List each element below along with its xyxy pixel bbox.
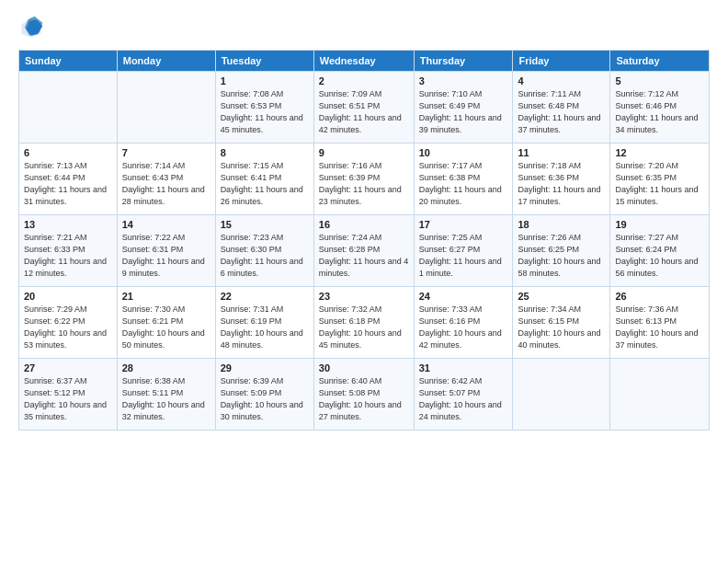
- calendar-cell: 27Sunrise: 6:37 AM Sunset: 5:12 PM Dayli…: [19, 359, 118, 431]
- day-number: 6: [24, 147, 112, 158]
- day-info: Sunrise: 7:33 AM Sunset: 6:16 PM Dayligh…: [419, 304, 508, 351]
- calendar-cell: 6Sunrise: 7:13 AM Sunset: 6:44 PM Daylig…: [19, 144, 118, 215]
- day-number: 19: [615, 219, 704, 230]
- calendar-cell: 29Sunrise: 6:39 AM Sunset: 5:09 PM Dayli…: [215, 359, 313, 431]
- day-number: 24: [419, 291, 508, 302]
- day-number: 28: [122, 362, 210, 373]
- calendar-cell: 7Sunrise: 7:14 AM Sunset: 6:43 PM Daylig…: [117, 144, 215, 215]
- calendar-cell: 14Sunrise: 7:22 AM Sunset: 6:31 PM Dayli…: [117, 215, 215, 287]
- day-number: 1: [221, 75, 309, 86]
- calendar-cell: 11Sunrise: 7:18 AM Sunset: 6:36 PM Dayli…: [513, 144, 610, 215]
- calendar-cell: 25Sunrise: 7:34 AM Sunset: 6:15 PM Dayli…: [513, 287, 610, 359]
- day-info: Sunrise: 7:11 AM Sunset: 6:48 PM Dayligh…: [518, 88, 605, 136]
- calendar-cell: 19Sunrise: 7:27 AM Sunset: 6:24 PM Dayli…: [610, 215, 710, 287]
- logo: [18, 15, 48, 40]
- day-info: Sunrise: 7:36 AM Sunset: 6:13 PM Dayligh…: [615, 304, 704, 351]
- day-number: 21: [122, 291, 210, 302]
- day-number: 31: [419, 362, 508, 373]
- day-info: Sunrise: 7:14 AM Sunset: 6:43 PM Dayligh…: [122, 160, 210, 208]
- day-info: Sunrise: 7:10 AM Sunset: 6:49 PM Dayligh…: [419, 88, 508, 136]
- day-info: Sunrise: 7:16 AM Sunset: 6:39 PM Dayligh…: [319, 160, 409, 208]
- calendar-cell: [513, 359, 610, 431]
- calendar-week-row: 27Sunrise: 6:37 AM Sunset: 5:12 PM Dayli…: [19, 359, 710, 431]
- calendar-cell: 21Sunrise: 7:30 AM Sunset: 6:21 PM Dayli…: [117, 287, 215, 359]
- day-number: 8: [221, 147, 309, 158]
- day-info: Sunrise: 6:38 AM Sunset: 5:11 PM Dayligh…: [122, 375, 210, 423]
- day-info: Sunrise: 7:20 AM Sunset: 6:35 PM Dayligh…: [615, 160, 704, 208]
- day-info: Sunrise: 7:21 AM Sunset: 6:33 PM Dayligh…: [24, 232, 112, 280]
- calendar-cell: 10Sunrise: 7:17 AM Sunset: 6:38 PM Dayli…: [414, 144, 513, 215]
- day-number: 13: [24, 219, 112, 230]
- day-number: 27: [24, 362, 112, 373]
- calendar-cell: 16Sunrise: 7:24 AM Sunset: 6:28 PM Dayli…: [313, 215, 414, 287]
- day-info: Sunrise: 7:32 AM Sunset: 6:18 PM Dayligh…: [319, 304, 409, 351]
- calendar-week-row: 1Sunrise: 7:08 AM Sunset: 6:53 PM Daylig…: [19, 72, 710, 144]
- calendar-cell: [610, 359, 710, 431]
- calendar-cell: 13Sunrise: 7:21 AM Sunset: 6:33 PM Dayli…: [19, 215, 118, 287]
- day-number: 10: [419, 147, 508, 158]
- day-number: 26: [615, 291, 704, 302]
- page: SundayMondayTuesdayWednesdayThursdayFrid…: [0, 0, 728, 563]
- calendar-table: SundayMondayTuesdayWednesdayThursdayFrid…: [18, 50, 710, 431]
- day-info: Sunrise: 7:17 AM Sunset: 6:38 PM Dayligh…: [419, 160, 508, 208]
- day-info: Sunrise: 7:26 AM Sunset: 6:25 PM Dayligh…: [518, 232, 605, 280]
- calendar-cell: 1Sunrise: 7:08 AM Sunset: 6:53 PM Daylig…: [215, 72, 313, 144]
- weekday-header: Sunday: [19, 51, 118, 72]
- day-number: 18: [518, 219, 605, 230]
- calendar-cell: 15Sunrise: 7:23 AM Sunset: 6:30 PM Dayli…: [215, 215, 313, 287]
- calendar-week-row: 6Sunrise: 7:13 AM Sunset: 6:44 PM Daylig…: [19, 144, 710, 215]
- day-number: 16: [319, 219, 409, 230]
- day-info: Sunrise: 6:37 AM Sunset: 5:12 PM Dayligh…: [24, 375, 112, 423]
- calendar-cell: 9Sunrise: 7:16 AM Sunset: 6:39 PM Daylig…: [313, 144, 414, 215]
- day-number: 17: [419, 219, 508, 230]
- calendar-cell: 5Sunrise: 7:12 AM Sunset: 6:46 PM Daylig…: [610, 72, 710, 144]
- day-number: 3: [419, 75, 508, 86]
- calendar-cell: 24Sunrise: 7:33 AM Sunset: 6:16 PM Dayli…: [414, 287, 513, 359]
- day-info: Sunrise: 7:09 AM Sunset: 6:51 PM Dayligh…: [319, 88, 409, 136]
- day-number: 11: [518, 147, 605, 158]
- calendar-cell: 3Sunrise: 7:10 AM Sunset: 6:49 PM Daylig…: [414, 72, 513, 144]
- day-info: Sunrise: 7:15 AM Sunset: 6:41 PM Dayligh…: [221, 160, 309, 208]
- day-info: Sunrise: 7:27 AM Sunset: 6:24 PM Dayligh…: [615, 232, 704, 280]
- day-number: 12: [615, 147, 704, 158]
- calendar-cell: 20Sunrise: 7:29 AM Sunset: 6:22 PM Dayli…: [19, 287, 118, 359]
- day-number: 30: [319, 362, 409, 373]
- day-number: 29: [221, 362, 309, 373]
- calendar-cell: 18Sunrise: 7:26 AM Sunset: 6:25 PM Dayli…: [513, 215, 610, 287]
- day-info: Sunrise: 7:30 AM Sunset: 6:21 PM Dayligh…: [122, 304, 210, 351]
- calendar-cell: 23Sunrise: 7:32 AM Sunset: 6:18 PM Dayli…: [313, 287, 414, 359]
- calendar-cell: 31Sunrise: 6:42 AM Sunset: 5:07 PM Dayli…: [414, 359, 513, 431]
- calendar-cell: 30Sunrise: 6:40 AM Sunset: 5:08 PM Dayli…: [313, 359, 414, 431]
- day-info: Sunrise: 7:29 AM Sunset: 6:22 PM Dayligh…: [24, 304, 112, 351]
- weekday-header: Thursday: [414, 51, 513, 72]
- day-number: 22: [221, 291, 309, 302]
- day-number: 14: [122, 219, 210, 230]
- day-number: 20: [24, 291, 112, 302]
- weekday-header: Friday: [513, 51, 610, 72]
- day-number: 23: [319, 291, 409, 302]
- weekday-header: Tuesday: [215, 51, 313, 72]
- calendar-cell: 12Sunrise: 7:20 AM Sunset: 6:35 PM Dayli…: [610, 144, 710, 215]
- day-number: 25: [518, 291, 605, 302]
- calendar-cell: 17Sunrise: 7:25 AM Sunset: 6:27 PM Dayli…: [414, 215, 513, 287]
- day-info: Sunrise: 6:42 AM Sunset: 5:07 PM Dayligh…: [419, 375, 508, 423]
- calendar-cell: 28Sunrise: 6:38 AM Sunset: 5:11 PM Dayli…: [117, 359, 215, 431]
- day-info: Sunrise: 7:22 AM Sunset: 6:31 PM Dayligh…: [122, 232, 210, 280]
- calendar-week-row: 13Sunrise: 7:21 AM Sunset: 6:33 PM Dayli…: [19, 215, 710, 287]
- day-number: 7: [122, 147, 210, 158]
- day-info: Sunrise: 7:31 AM Sunset: 6:19 PM Dayligh…: [221, 304, 309, 351]
- header-row: SundayMondayTuesdayWednesdayThursdayFrid…: [19, 51, 710, 72]
- weekday-header: Saturday: [610, 51, 710, 72]
- day-number: 9: [319, 147, 409, 158]
- calendar-cell: 26Sunrise: 7:36 AM Sunset: 6:13 PM Dayli…: [610, 287, 710, 359]
- calendar-cell: [117, 72, 215, 144]
- day-number: 4: [518, 75, 605, 86]
- day-number: 5: [615, 75, 704, 86]
- calendar-cell: 2Sunrise: 7:09 AM Sunset: 6:51 PM Daylig…: [313, 72, 414, 144]
- day-info: Sunrise: 7:08 AM Sunset: 6:53 PM Dayligh…: [221, 88, 309, 136]
- weekday-header: Wednesday: [313, 51, 414, 72]
- header: [18, 15, 710, 40]
- day-number: 15: [221, 219, 309, 230]
- day-info: Sunrise: 7:18 AM Sunset: 6:36 PM Dayligh…: [518, 160, 605, 208]
- weekday-header: Monday: [117, 51, 215, 72]
